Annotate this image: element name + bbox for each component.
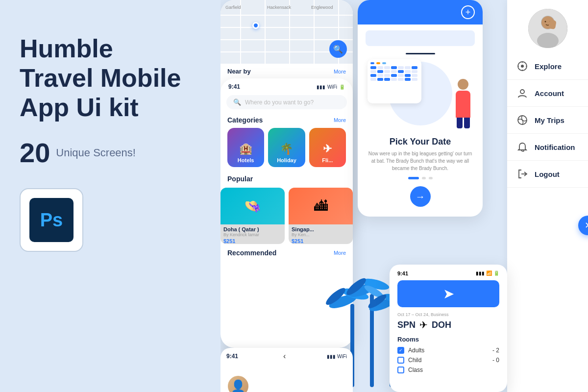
sidebar-item-explore[interactable]: Explore [507, 53, 588, 80]
pick-date-description: Now were up in the big leagues getting' … [358, 147, 483, 172]
popular-header: Popular [220, 171, 353, 185]
phone-time: 9:41 [228, 83, 240, 90]
categories-header: Categories More [220, 112, 353, 126]
screen-count: 20 [20, 137, 50, 169]
holiday-label: Holiday [277, 157, 296, 163]
category-holiday[interactable]: 🌴 Holiday [268, 128, 305, 167]
child-label: Child [408, 357, 489, 364]
back-arrow-icon: ‹ [283, 352, 286, 361]
sidebar-item-mytrips[interactable]: My Trips [507, 107, 588, 134]
categories-row: 🏨 Hotels 🌴 Holiday ✈ Fli... [220, 126, 353, 171]
category-flights[interactable]: ✈ Fli... [309, 128, 346, 167]
card-by-doha: By Kendrick lamar [223, 232, 282, 237]
map-label-hackensack: Hackensack [267, 5, 291, 10]
subtitle-block: 20 Unique Screens! [20, 137, 201, 169]
dp-dot-active [408, 177, 419, 179]
adults-label: Adults [408, 347, 489, 354]
nearby-label: Near by [227, 68, 251, 75]
card-by-singap: By Ken... [292, 232, 350, 237]
close-button[interactable]: ✕ [578, 216, 588, 235]
card-info-singap: Singap... By Ken... $251 [289, 224, 353, 244]
search-bar[interactable]: 🔍 Where do you want to go? [226, 95, 347, 109]
screens-label: Unique Screens! [56, 146, 136, 160]
child-checkbox[interactable] [397, 357, 404, 364]
nearby-more[interactable]: More [334, 69, 346, 74]
screen3-partial: 9:41 ‹ ▮▮▮ WiFi 👤 [220, 348, 353, 392]
notification-icon [517, 142, 528, 152]
categories-more[interactable]: More [334, 117, 346, 123]
class-row: Class [397, 367, 499, 373]
svg-point-26 [520, 90, 524, 94]
popular-title: Popular [227, 175, 253, 183]
card-price-singap: $251 [292, 238, 350, 244]
person-leg-right [464, 118, 470, 128]
holiday-icon: 🌴 [280, 143, 293, 155]
booking-status-bar: 9:41 ▮▮▮ 📶 🔋 [397, 270, 499, 276]
categories-title: Categories [227, 116, 263, 124]
sidebar-item-account[interactable]: Account [507, 80, 588, 107]
booking-time: 9:41 [397, 270, 408, 276]
recommended-header: Recommended More [220, 244, 353, 259]
dp-plus-button[interactable]: + [461, 5, 475, 19]
card-img-teal: 👒 [220, 188, 285, 224]
airport-from: SPN [397, 320, 416, 330]
person-body [456, 91, 470, 118]
sidebar-item-notification[interactable]: Notification [507, 134, 588, 161]
dp-dot-1 [422, 177, 426, 179]
airplane-icon: ✈ [419, 319, 428, 331]
illustration-area [358, 54, 483, 133]
cal-rows [370, 66, 418, 81]
battery-icon: 🔋 [339, 84, 345, 90]
adults-count: - 2 [492, 347, 499, 354]
nearby-row: Near by More [220, 64, 353, 77]
person-leg-left [457, 118, 463, 128]
category-hotels[interactable]: 🏨 Hotels [227, 128, 264, 167]
explore-icon [517, 61, 528, 72]
sidebar-item-logout[interactable]: Logout [507, 161, 588, 188]
dp-input-row [358, 24, 483, 49]
dp-input-field[interactable] [366, 30, 475, 46]
date-picker-screen: + [358, 0, 483, 217]
class-checkbox[interactable] [397, 367, 404, 373]
svg-point-25 [521, 65, 524, 68]
search-placeholder: Where do you want to go? [245, 99, 314, 106]
ps-logo-box: Ps [20, 188, 83, 252]
dp-next-button[interactable]: → [410, 186, 431, 207]
dp-dot-2 [429, 177, 433, 179]
account-label: Account [535, 89, 564, 98]
left-panel: Humble Travel Mobile App Ui kit 20 Uniqu… [0, 0, 220, 392]
dp-top-bar: + [358, 0, 483, 24]
card-name-doha: Doha ( Qatar ) [223, 226, 282, 232]
explore-label: Explore [535, 62, 562, 71]
recommended-label: Recommended [227, 249, 276, 257]
title-block: Humble Travel Mobile App Ui kit [20, 34, 201, 122]
logout-label: Logout [535, 170, 560, 178]
search-icon: 🔍 [233, 98, 241, 106]
popular-card-singap[interactable]: 🏙 Singap... By Ken... $251 [289, 188, 353, 244]
cal-header [370, 62, 418, 64]
notification-label: Notification [535, 143, 575, 151]
card-price-doha: $251 [223, 238, 282, 244]
sidebar-nav: Explore Account My Trips [507, 53, 588, 188]
svg-point-21 [544, 21, 546, 23]
mytrips-icon [517, 115, 528, 125]
map-label-englewood: Englewood [311, 5, 333, 10]
app-title: Humble Travel Mobile App Ui kit [20, 34, 201, 122]
recommended-more[interactable]: More [334, 250, 346, 256]
card-name-singap: Singap... [292, 226, 350, 232]
pick-date-title: Pick Your Date [358, 137, 483, 147]
card-img-orange: 🏙 [289, 188, 353, 224]
flight-route-row: SPN ✈ DOH [397, 319, 499, 331]
map-label-garfield: Garfield [225, 5, 241, 10]
popular-card-doha[interactable]: 👒 Doha ( Qatar ) By Kendrick lamar $251 [220, 188, 285, 244]
adults-checkbox[interactable]: ✓ [397, 347, 404, 354]
booking-status-icons: ▮▮▮ 📶 🔋 [476, 270, 499, 276]
avatar-area [507, 0, 588, 53]
adults-row: ✓ Adults - 2 [397, 347, 499, 354]
map-pin [252, 22, 259, 29]
child-count: - 0 [492, 357, 499, 364]
booking-card: 9:41 ▮▮▮ 📶 🔋 ➤ Oct 17 – Oct 24, Business… [390, 265, 507, 392]
status-bar: 9:41 ▮▮▮ WiFi 🔋 [220, 78, 353, 92]
check-mark: ✓ [399, 348, 403, 353]
map-search-button[interactable]: 🔍 [329, 40, 347, 58]
